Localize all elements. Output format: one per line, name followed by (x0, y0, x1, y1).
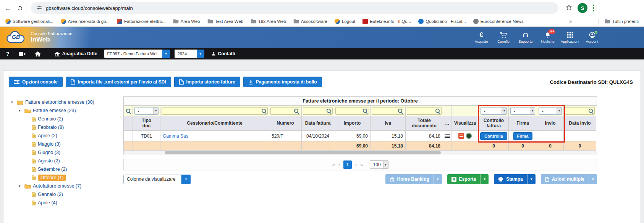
chevron-down-icon[interactable]: ▾ (530, 107, 535, 114)
expander-icon[interactable]: ▾ (19, 184, 23, 188)
azioni-multiple-button[interactable]: Azioni multiple ▾ (541, 174, 597, 184)
data-fattura-filter-input[interactable] (303, 107, 333, 115)
address-bar[interactable]: gbsoftware.cloud/consoleweb/app/main (31, 2, 558, 14)
conservation-icon[interactable] (466, 133, 472, 139)
tree-item[interactable]: Febbraio (8) (9, 123, 119, 132)
current-page-button[interactable]: 1 (343, 160, 352, 169)
tree-collapse-handle[interactable]: ‹ (119, 96, 123, 207)
numero-filter-input[interactable] (270, 107, 300, 115)
tree-item[interactable]: Gennaio (2) (9, 190, 119, 199)
tree-item-selected[interactable]: Ottobre (1) (9, 173, 119, 182)
tree-item[interactable]: Gennaio (2) (9, 115, 119, 123)
tree-item[interactable]: ▾Fatture emesse (23) (9, 106, 119, 115)
bookmark-folder[interactable]: Test Area Web (207, 19, 244, 24)
tree-item[interactable]: Agosto (2) (9, 157, 119, 165)
opzioni-console-button[interactable]: Opzioni console (9, 77, 63, 87)
site-settings-icon[interactable] (36, 5, 42, 12)
controllo-filter-select[interactable]: -▾ (481, 107, 507, 115)
importo-filter-input[interactable] (335, 107, 369, 115)
tree-item[interactable]: Giugno (3) (9, 148, 119, 157)
contatti-button[interactable]: Contatti (211, 51, 235, 56)
column-header[interactable]: Controllo fattura (479, 116, 509, 131)
column-header[interactable]: Totale documento (406, 116, 443, 131)
tree-item[interactable]: Aprile (2) (9, 132, 119, 140)
bookmark-star-icon[interactable] (566, 4, 572, 12)
cessionario-filter-input[interactable] (162, 107, 268, 115)
firma-button[interactable]: Firma (513, 132, 533, 140)
last-page-button[interactable]: » (360, 162, 363, 168)
controlla-button[interactable]: Controlla (480, 132, 507, 140)
home-icon[interactable] (35, 51, 41, 57)
esporta-button[interactable]: Esporta ▾ (447, 174, 489, 184)
bookmark-item[interactable]: Logout (335, 19, 355, 24)
horizontal-scrollbar-thumb[interactable] (165, 151, 441, 154)
chevron-down-icon[interactable]: ▾ (557, 107, 561, 114)
row-menu-icon[interactable] (445, 134, 450, 138)
tree-item[interactable]: Aprile (4) (9, 199, 119, 207)
importa-xml-button[interactable]: Importa file .xml esterni per l'invio al… (66, 77, 171, 87)
firma-filter-select[interactable]: -▾ (510, 107, 535, 115)
bookmark-item[interactable]: Fatturazione elettro... (117, 19, 166, 24)
search-icon[interactable] (435, 108, 440, 113)
chevron-down-icon[interactable]: ▾ (527, 174, 536, 184)
tree-item[interactable]: Settembre (2) (9, 165, 119, 173)
back-icon[interactable]: ← (5, 4, 11, 12)
page-size-select[interactable]: 100 ▾ (370, 160, 388, 169)
bookmark-item[interactable]: Euroconference News (473, 19, 524, 24)
bookmark-folder[interactable]: Area Web (173, 19, 200, 24)
reload-icon[interactable] (17, 5, 23, 11)
column-header[interactable]: Tipo doc (133, 116, 160, 131)
search-icon[interactable] (398, 108, 403, 113)
chevron-down-icon[interactable]: ▾ (197, 50, 204, 58)
column-header[interactable]: Iva (371, 116, 406, 131)
bookmarks-overflow-chevron[interactable]: » (569, 18, 572, 24)
search-icon[interactable] (326, 108, 331, 113)
bookmark-item[interactable]: Quotidiano - Fiscal... (418, 19, 466, 24)
browser-menu-icon[interactable] (593, 4, 594, 12)
column-header[interactable]: Importo (334, 116, 371, 131)
column-header[interactable]: Invio (537, 116, 564, 131)
home-banking-button[interactable]: Home Banking ▾ (385, 174, 442, 184)
supporto-button[interactable]: Supporto (516, 31, 536, 43)
search-icon[interactable] (588, 108, 593, 113)
column-header[interactable]: Data fattura (302, 116, 334, 131)
chevron-down-icon[interactable]: ▾ (162, 50, 170, 58)
pdf-icon[interactable] (458, 133, 464, 139)
column-header[interactable]: Data invio (564, 116, 596, 131)
next-page-button[interactable]: › (355, 162, 357, 168)
stampa-button[interactable]: Stampa ▾ (494, 174, 535, 184)
column-header[interactable]: Visualizza (451, 116, 479, 131)
acquisto-button[interactable]: € Acquisto (471, 31, 491, 43)
totale-filter-input[interactable] (407, 107, 442, 115)
bookmark-item[interactable]: Area riservata di gb... (61, 19, 110, 24)
column-header[interactable]: Numero (269, 116, 302, 131)
bookmark-item[interactable]: Eutekne.info - Il Qu... (362, 19, 411, 24)
chevron-down-icon[interactable]: ▾ (383, 161, 388, 168)
tree-item[interactable]: Maggio (3) (9, 140, 119, 148)
tree-item[interactable]: ▾Autofatture emesse (7) (9, 182, 119, 190)
tree-item[interactable]: ▾Fatture elettroniche emesse (30) (9, 98, 119, 106)
column-header[interactable]: Firma (509, 116, 537, 131)
applicazioni-button[interactable]: Applicazioni (560, 31, 580, 43)
bookmark-item[interactable]: Software gestionali... (5, 19, 53, 24)
chevron-down-icon[interactable]: ▾ (502, 107, 506, 114)
search-icon[interactable] (261, 108, 266, 113)
profile-avatar[interactable]: S (578, 3, 587, 13)
chevron-down-icon[interactable]: ▾ (153, 107, 158, 114)
company-select[interactable]: FE997 - Demo Fattura Wel ▾ (104, 50, 170, 58)
expander-icon[interactable]: ▾ (11, 100, 15, 104)
account-button[interactable]: Account (582, 31, 602, 43)
first-page-button[interactable]: « (332, 162, 335, 168)
search-icon[interactable] (362, 108, 367, 113)
chevron-down-icon[interactable]: ▾ (480, 174, 489, 184)
colonne-select[interactable]: Colonne da visualizzare ▾ (123, 175, 191, 184)
data-invio-filter-input[interactable] (565, 107, 595, 115)
chevron-down-icon[interactable]: ▾ (434, 174, 442, 184)
bookmark-folder[interactable]: Assosoftware (293, 19, 327, 24)
cessionario-link[interactable]: Gamma Sas (163, 133, 188, 139)
chevron-down-icon[interactable]: ▾ (181, 175, 191, 184)
invio-filter-select[interactable]: -▾ (539, 107, 562, 115)
importa-storico-button[interactable]: Importa storico fatture (174, 77, 240, 87)
anagrafica-ditte-button[interactable]: Anagrafica Ditte (55, 51, 97, 56)
prev-page-button[interactable]: ‹ (338, 162, 340, 168)
